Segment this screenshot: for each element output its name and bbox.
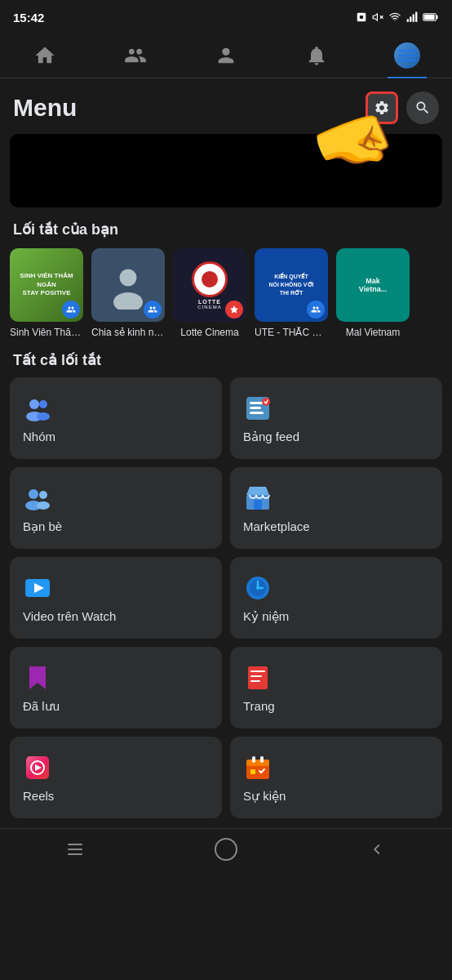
bottom-nav — [0, 828, 452, 878]
nav-friends[interactable] — [111, 41, 160, 70]
menu-card-ky-niem[interactable]: Kỷ niệm — [230, 557, 442, 639]
shortcut-ute[interactable]: KIẾN QUYẾTNÓI KHÔNG VỚITHI RỚT UTE - THẮ… — [255, 248, 328, 338]
shortcut-mal[interactable]: MakVietna... Mal Vietnam — [336, 248, 410, 338]
shortcut-label-mal: Mal Vietnam — [346, 327, 400, 338]
shortcut-label-sinh-vien: Sinh Viên Thăm Ngăn — [10, 327, 83, 338]
page-content: Menu Lối tắt của bạn — [0, 78, 452, 818]
marketplace-icon — [243, 483, 273, 513]
svg-point-13 — [120, 270, 137, 287]
all-shortcuts-title: Tất cả lối tắt — [13, 351, 439, 369]
back-icon — [368, 840, 386, 858]
gear-icon — [374, 100, 390, 116]
bottom-home-circle[interactable] — [206, 837, 246, 862]
menu-grid: Nhóm Bảng feed — [10, 377, 442, 818]
shortcut-label-lotte: Lotte Cinema — [180, 327, 238, 338]
group-icon — [23, 394, 52, 423]
menu-card-video-watch[interactable]: Video trên Watch — [10, 557, 222, 639]
shortcut-thumb-sinh-vien: SINH VIÊN THĂM NGĂNSTAY POSITIVE — [10, 248, 83, 322]
friends-icon — [23, 483, 52, 513]
badge-sinh-vien — [62, 301, 80, 318]
svg-point-16 — [39, 400, 47, 408]
mute-icon — [372, 11, 383, 23]
svg-rect-29 — [254, 500, 262, 510]
shortcut-thumb-mal: MakVietna... — [336, 248, 410, 322]
svg-rect-21 — [250, 407, 261, 409]
nav-menu[interactable] — [383, 39, 432, 72]
nav-profile[interactable] — [202, 41, 250, 70]
signal-icon — [406, 11, 418, 23]
shortcut-chia-se[interactable]: Chia sẻ kinh nghiệ... — [91, 248, 165, 338]
menu-card-su-kien[interactable]: Sự kiện — [230, 737, 442, 818]
svg-point-24 — [29, 489, 38, 499]
status-bar: 15:42 — [0, 0, 452, 33]
menu-card-bang-feed[interactable]: Bảng feed — [230, 377, 442, 459]
menu-lines-icon — [65, 840, 85, 859]
shortcut-label-ute: UTE - THẮC MẮC HỌC... — [255, 327, 328, 338]
profile-banner — [10, 134, 442, 207]
shortcuts-title: Lối tắt của bạn — [10, 220, 442, 238]
shortcut-thumb-chia-se — [91, 248, 165, 322]
settings-button[interactable] — [366, 91, 398, 124]
nav-bar — [0, 33, 452, 78]
menu-card-trang[interactable]: Trang — [230, 647, 442, 728]
menu-card-marketplace[interactable]: Marketplace — [230, 467, 442, 549]
menu-actions — [366, 91, 439, 124]
shortcut-label-chia-se: Chia sẻ kinh nghiệ... — [91, 327, 165, 338]
saved-icon — [23, 663, 52, 693]
menu-card-label-nhom: Nhóm — [23, 430, 209, 443]
svg-point-26 — [39, 491, 47, 499]
svg-rect-47 — [68, 853, 82, 855]
avatar — [394, 42, 420, 69]
menu-card-label-reels: Reels — [23, 789, 209, 803]
svg-rect-46 — [68, 849, 82, 850]
shortcut-thumb-ute: KIẾN QUYẾTNÓI KHÔNG VỚITHI RỚT — [255, 248, 328, 322]
svg-rect-44 — [250, 769, 255, 774]
menu-card-label-ky-niem: Kỷ niệm — [243, 609, 429, 624]
menu-card-ban-be[interactable]: Bạn bè — [10, 467, 222, 549]
svg-point-23 — [262, 398, 270, 406]
status-icons — [356, 11, 439, 23]
menu-card-label-su-kien: Sự kiện — [243, 789, 429, 804]
video-icon — [23, 573, 52, 603]
svg-rect-45 — [68, 844, 82, 845]
svg-rect-10 — [436, 16, 437, 19]
menu-card-nhom[interactable]: Nhóm — [10, 377, 222, 459]
svg-point-48 — [215, 839, 237, 860]
home-circle-icon — [215, 838, 237, 861]
svg-point-18 — [37, 412, 50, 421]
svg-rect-43 — [260, 756, 264, 763]
svg-rect-11 — [424, 15, 435, 20]
nav-notifications[interactable] — [292, 41, 341, 70]
badge-chia-se — [144, 301, 162, 318]
search-button[interactable] — [406, 91, 439, 124]
status-time: 15:42 — [13, 11, 44, 24]
photo-icon — [356, 11, 367, 23]
menu-card-label-marketplace: Marketplace — [243, 519, 429, 533]
svg-rect-6 — [410, 16, 411, 21]
reels-icon — [23, 753, 52, 782]
svg-point-1 — [360, 16, 364, 20]
shortcuts-row: SINH VIÊN THĂM NGĂNSTAY POSITIVE Sinh Vi… — [10, 248, 442, 341]
menu-card-label-bang-feed: Bảng feed — [243, 430, 429, 444]
events-icon — [243, 753, 273, 782]
svg-rect-41 — [246, 760, 269, 766]
bottom-menu-lines[interactable] — [55, 837, 95, 862]
shortcut-lotte[interactable]: LOTTE CINEMA Lotte Cinema — [173, 248, 246, 338]
feed-icon — [243, 394, 273, 423]
menu-card-reels[interactable]: Reels — [10, 737, 222, 818]
svg-point-34 — [256, 586, 259, 590]
svg-rect-42 — [252, 756, 255, 763]
svg-point-27 — [37, 501, 50, 510]
menu-card-da-luu[interactable]: Đã lưu — [10, 647, 222, 728]
svg-rect-36 — [248, 666, 268, 689]
menu-card-label-ban-be: Bạn bè — [23, 519, 209, 534]
pages-icon — [243, 663, 273, 693]
battery-icon — [423, 12, 439, 22]
svg-point-15 — [29, 399, 39, 409]
badge-ute — [307, 301, 325, 318]
svg-rect-7 — [413, 15, 414, 22]
nav-home[interactable] — [20, 41, 69, 70]
bottom-back[interactable] — [357, 837, 397, 862]
shortcut-sinh-vien[interactable]: SINH VIÊN THĂM NGĂNSTAY POSITIVE Sinh Vi… — [10, 248, 83, 338]
search-icon — [414, 100, 431, 116]
